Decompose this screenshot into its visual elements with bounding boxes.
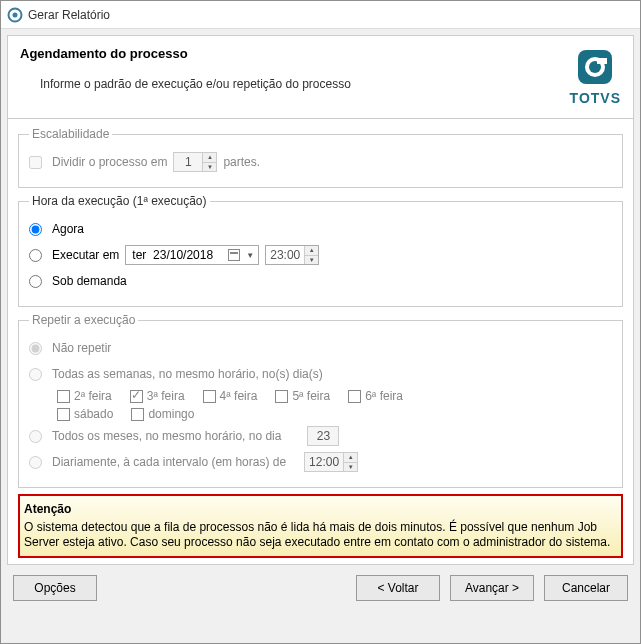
- time-input[interactable]: [266, 246, 304, 264]
- label-executar-em: Executar em: [52, 248, 119, 262]
- avancar-button[interactable]: Avançar >: [450, 575, 534, 601]
- totvs-logo-icon: [572, 46, 618, 88]
- button-bar: Opções < Voltar Avançar > Cancelar: [7, 565, 634, 611]
- divide-value: [174, 153, 202, 171]
- weekday-row: 2ª feira 3ª feira 4ª feira 5ª feira 6ª f…: [57, 389, 612, 403]
- dialog-window: Gerar Relatório Agendamento do processo …: [0, 0, 641, 644]
- logo: TOTVS: [570, 46, 621, 106]
- warning-body: O sistema detectou que a fila de process…: [24, 520, 617, 550]
- divide-spinner: ▲▼: [173, 152, 217, 172]
- header-panel: Agendamento do processo Informe o padrão…: [7, 35, 634, 119]
- date-input[interactable]: [130, 247, 222, 263]
- repetir-legend: Repetir a execução: [29, 313, 138, 327]
- opcoes-button[interactable]: Opções: [13, 575, 97, 601]
- radio-todas-semanas: [29, 368, 42, 381]
- cancelar-button[interactable]: Cancelar: [544, 575, 628, 601]
- radio-sob-demanda[interactable]: [29, 275, 42, 288]
- spinner-up-icon: ▲: [203, 153, 216, 163]
- page-title: Agendamento do processo: [20, 46, 351, 61]
- spinner-down-icon[interactable]: ▼: [305, 256, 318, 265]
- label-diariamente: Diariamente, à cada intervalo (em horas)…: [52, 455, 286, 469]
- titlebar: Gerar Relatório: [1, 1, 640, 29]
- app-icon: [7, 7, 23, 23]
- radio-todos-meses: [29, 430, 42, 443]
- intervalo-spinner: ▲▼: [304, 452, 358, 472]
- label-nao-repetir: Não repetir: [52, 341, 111, 355]
- label-todas-semanas: Todas as semanas, no mesmo horário, no(s…: [52, 367, 323, 381]
- date-picker[interactable]: ▼: [125, 245, 259, 265]
- check-qua: [203, 390, 216, 403]
- label-todos-meses: Todos os meses, no mesmo horário, no dia: [52, 429, 281, 443]
- logo-text: TOTVS: [570, 90, 621, 106]
- mes-dia-spinner: [307, 426, 339, 446]
- spinner-up-icon[interactable]: ▲: [305, 246, 318, 256]
- divide-checkbox: [29, 156, 42, 169]
- execucao-group: Hora da execução (1ª execução) Agora Exe…: [18, 194, 623, 307]
- weekday-row-2: sábado domingo: [57, 407, 612, 421]
- radio-nao-repetir: [29, 342, 42, 355]
- escalabilidade-group: Escalabilidade Dividir o processo em ▲▼ …: [18, 127, 623, 188]
- label-agora: Agora: [52, 222, 84, 236]
- repetir-group: Repetir a execução Não repetir Todas as …: [18, 313, 623, 488]
- page-subtitle: Informe o padrão de execução e/ou repeti…: [40, 77, 351, 91]
- voltar-button[interactable]: < Voltar: [356, 575, 440, 601]
- divide-suffix: partes.: [223, 155, 260, 169]
- spinner-down-icon: ▼: [203, 163, 216, 172]
- warning-panel: Atenção O sistema detectou que a fila de…: [18, 494, 623, 558]
- chevron-down-icon[interactable]: ▼: [246, 251, 254, 260]
- calendar-icon[interactable]: [228, 249, 240, 261]
- spinner-up-icon: ▲: [344, 453, 357, 463]
- radio-diariamente: [29, 456, 42, 469]
- svg-point-1: [13, 12, 18, 17]
- intervalo-input: [305, 453, 343, 471]
- svg-rect-5: [597, 58, 607, 64]
- label-sob-demanda: Sob demanda: [52, 274, 127, 288]
- warning-title: Atenção: [24, 502, 617, 516]
- window-title: Gerar Relatório: [28, 8, 110, 22]
- check-qui: [275, 390, 288, 403]
- execucao-legend: Hora da execução (1ª execução): [29, 194, 210, 208]
- time-spinner[interactable]: ▲▼: [265, 245, 319, 265]
- check-ter: [130, 390, 143, 403]
- check-dom: [131, 408, 144, 421]
- escalabilidade-legend: Escalabilidade: [29, 127, 112, 141]
- radio-executar-em[interactable]: [29, 249, 42, 262]
- check-sab: [57, 408, 70, 421]
- check-sex: [348, 390, 361, 403]
- spinner-down-icon: ▼: [344, 463, 357, 472]
- check-seg: [57, 390, 70, 403]
- divide-label: Dividir o processo em: [52, 155, 167, 169]
- mes-dia-input: [308, 427, 338, 445]
- radio-agora[interactable]: [29, 223, 42, 236]
